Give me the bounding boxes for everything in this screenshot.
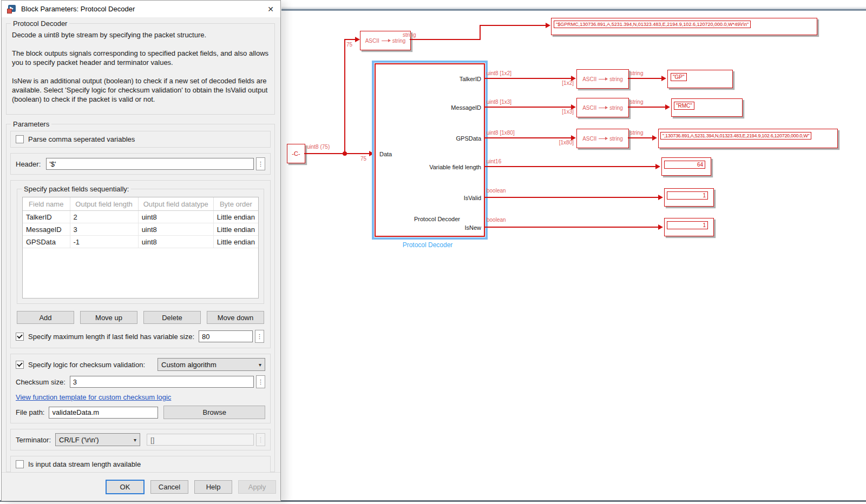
column-header-field-name: Field name	[23, 197, 70, 211]
signal-name-label: string	[630, 99, 643, 105]
title-bar[interactable]: Block Parameters: Protocol Decoder ✕	[2, 1, 280, 17]
cell-field-length[interactable]: 3	[70, 223, 138, 236]
packet-fields-panel: Specify packet fields sequentially: Fiel…	[10, 180, 271, 348]
header-label: Header:	[16, 160, 41, 168]
display-gpsdata[interactable]: ",130736.891,A,5231.394,N,01323.483,E,21…	[658, 129, 838, 148]
browse-button[interactable]: Browse	[163, 406, 265, 419]
cancel-button[interactable]: Cancel	[150, 480, 188, 494]
simulink-block-icon	[7, 5, 16, 14]
wire-top-elbow[interactable]	[480, 25, 481, 40]
display-nmea-string[interactable]: "$GPRMC,130736.891,A,5231.394,N,01323.48…	[551, 18, 817, 35]
wire-top-converter-out[interactable]	[410, 39, 481, 40]
display-messageid[interactable]: "RMC"	[671, 98, 743, 117]
wire-talkerid[interactable]	[484, 78, 572, 79]
header-options-button[interactable]: ⋮	[256, 157, 265, 170]
protocol-decoder-block[interactable]: Data TalkerID MessageID GPSData Variable…	[375, 63, 485, 237]
table-row[interactable]: TalkerID 2 uint8 Little endian	[23, 211, 258, 223]
checksum-size-options-button[interactable]: ⋮	[256, 375, 265, 388]
ascii-to-string-block-talkerid[interactable]: ASCII string	[576, 69, 629, 89]
display-talkerid[interactable]: "GP"	[667, 70, 733, 88]
max-length-input[interactable]	[199, 330, 253, 342]
wire-messageid-out[interactable]	[628, 107, 666, 108]
close-icon[interactable]: ✕	[261, 1, 280, 17]
move-down-button[interactable]: Move down	[207, 311, 264, 324]
port-label-data: Data	[379, 151, 392, 157]
wire-variable-field-length[interactable]	[484, 166, 656, 167]
input-stream-checkbox[interactable]	[16, 460, 24, 468]
wire-into-nmea-display[interactable]	[480, 25, 547, 26]
signal-type-label: uint16	[487, 158, 501, 164]
table-row[interactable]: GPSData -1 uint8 Little endian	[23, 236, 258, 248]
display-value: "GP"	[671, 73, 687, 81]
input-stream-label: Is input data stream length available	[28, 460, 141, 468]
cell-field-datatype[interactable]: uint8	[138, 236, 213, 248]
display-variable-field-length[interactable]: 64	[661, 157, 711, 176]
terminator-custom-value: []	[150, 436, 154, 444]
input-stream-panel: Is input data stream length available	[10, 456, 271, 473]
wire-into-top-converter[interactable]	[344, 39, 356, 40]
signal-dim-label: [1x3]	[548, 109, 574, 115]
decoder-block-name[interactable]: Protocol Decoder	[372, 241, 483, 249]
wire-gpsdata-out[interactable]	[628, 137, 653, 138]
cell-field-name[interactable]: GPSData	[23, 236, 70, 248]
wire-isnew[interactable]	[484, 227, 659, 228]
cell-field-name[interactable]: MessageID	[23, 223, 70, 236]
cell-byte-order[interactable]: Little endian	[213, 211, 258, 223]
terminator-label: Terminator:	[16, 436, 51, 444]
max-length-options-button[interactable]: ⋮	[255, 330, 264, 343]
signal-type-label: uint8 [1x80]	[487, 130, 515, 136]
packet-fields-table[interactable]: Field name Output field length Output fi…	[22, 197, 259, 299]
cell-field-datatype[interactable]: uint8	[138, 223, 213, 236]
signal-name-label: string	[630, 70, 643, 76]
ascii-to-string-block-messageid[interactable]: ASCII string	[576, 98, 629, 117]
decoder-inner-label: Protocol Decoder	[414, 216, 460, 222]
checksum-validation-checkbox[interactable]	[16, 361, 24, 369]
header-input[interactable]	[46, 158, 254, 170]
converter-right-label: string	[392, 38, 405, 44]
table-row[interactable]: MessageID 3 uint8 Little endian	[23, 223, 258, 236]
editor-top-edge	[281, 9, 866, 11]
checksum-panel: Specify logic for checksum validation: C…	[10, 354, 271, 423]
delete-button[interactable]: Delete	[143, 311, 201, 324]
add-button[interactable]: Add	[17, 311, 74, 324]
wire-talkerid-out[interactable]	[628, 78, 662, 79]
ok-button[interactable]: OK	[106, 480, 145, 494]
wire-isvalid[interactable]	[484, 197, 659, 198]
checksum-algorithm-select[interactable]: Custom algorithm ▾	[158, 358, 265, 371]
max-length-checkbox[interactable]	[16, 333, 24, 341]
terminator-options-button: ⋮	[256, 433, 265, 446]
wire-constant-to-data[interactable]	[304, 153, 369, 154]
converter-right-label: string	[609, 136, 622, 142]
cell-byte-order[interactable]: Little endian	[213, 223, 258, 236]
cell-field-length[interactable]: 2	[70, 211, 138, 223]
wire-gpsdata[interactable]	[484, 137, 572, 138]
display-isvalid[interactable]: 1	[664, 188, 714, 207]
move-up-button[interactable]: Move up	[80, 311, 137, 324]
cell-field-name[interactable]: TalkerID	[23, 211, 70, 223]
signal-type-label: uint8 [1x3]	[487, 99, 511, 105]
arrowhead	[546, 23, 550, 28]
terminator-select[interactable]: CR/LF ('\r\n') ▾	[55, 433, 140, 446]
checksum-template-link[interactable]: View function template for custom checks…	[16, 393, 171, 401]
display-isnew[interactable]: 1	[664, 218, 714, 236]
cell-byte-order[interactable]: Little endian	[213, 236, 258, 248]
checksum-validation-label: Specify logic for checksum validation:	[28, 361, 145, 369]
help-button[interactable]: Help	[194, 480, 232, 494]
converter-left-label: ASCII	[365, 38, 379, 44]
kebab-icon: ⋮	[257, 333, 263, 340]
chevron-down-icon: ▾	[128, 437, 136, 443]
cell-field-length[interactable]: -1	[70, 236, 138, 248]
signal-width-annotation: 75	[346, 42, 352, 48]
wire-messageid[interactable]	[484, 107, 572, 108]
file-path-input[interactable]	[49, 407, 158, 419]
constant-block[interactable]: -C-	[287, 144, 305, 163]
parse-csv-checkbox[interactable]	[16, 135, 24, 143]
ascii-to-string-block-gpsdata[interactable]: ASCII string	[576, 129, 629, 148]
description-paragraph: IsNew is an additional output (boolean) …	[12, 76, 269, 104]
wire-branch-up[interactable]	[344, 39, 345, 154]
signal-type-label: uint8 [1x2]	[487, 70, 511, 76]
checksum-size-input[interactable]	[70, 376, 254, 388]
dialog-footer: OK Cancel Help Apply	[2, 472, 280, 501]
cell-field-datatype[interactable]: uint8	[138, 211, 213, 223]
port-label-isvalid: IsValid	[464, 195, 481, 201]
